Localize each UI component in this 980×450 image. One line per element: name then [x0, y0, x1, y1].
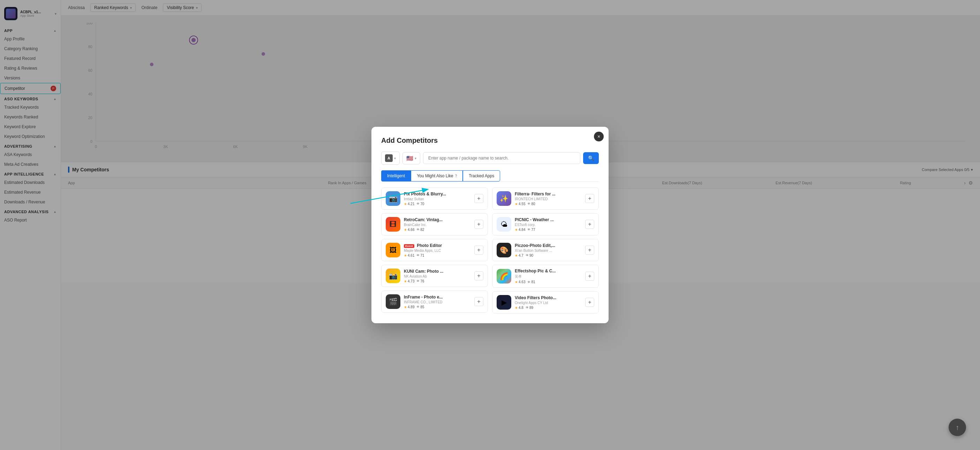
app-rating: ★ 4.55 [515, 202, 525, 206]
apps-grid: 📷 Fix Photos & Blurry... Imtiaz Sultan ★… [381, 187, 599, 314]
search-button[interactable]: 🔍 [583, 152, 599, 164]
app-info: RetroCam: Vintag... BrainCake Inc. ★ 4.6… [404, 217, 471, 231]
eye-icon: 👁 [417, 305, 420, 309]
eye-icon: 👁 [417, 254, 420, 257]
search-input[interactable] [423, 152, 580, 164]
app-meta: ★ 4.61 👁 71 [404, 254, 471, 257]
add-app-button[interactable]: + [474, 246, 484, 255]
eye-icon: 👁 [526, 306, 529, 309]
add-app-button[interactable]: + [474, 194, 484, 203]
star-icon: ★ [515, 280, 518, 284]
app-card-fix-photos[interactable]: 📷 Fix Photos & Blurry... Imtiaz Sultan ★… [381, 187, 488, 210]
app-dev: INFRAME CO., LIMITED [404, 300, 471, 304]
app-name: Video Filters Photo... [515, 295, 582, 300]
app-icon: 📷 [386, 191, 400, 206]
app-meta: ★ 4.84 👁 77 [515, 228, 582, 231]
app-info: PICNIC - Weather ... ESTsoft corp. ★ 4.8… [515, 217, 582, 231]
app-card-piczoo[interactable]: 🎨 Piczoo-Photo Edit,... Xi'an Button Sof… [492, 239, 599, 261]
search-icon: 🔍 [588, 155, 594, 161]
app-icon: 🌤 [496, 217, 511, 231]
search-row: A ▾ 🇺🇸 ▾ 🔍 [381, 152, 599, 165]
app-name: PICNIC - Weather ... [515, 217, 582, 222]
app-meta: ★ 4.63 👁 81 [515, 280, 582, 284]
chevron-down-icon: ▾ [394, 156, 396, 160]
modal-title: Add Competitors [381, 136, 599, 144]
eye-icon: 👁 [527, 202, 530, 206]
app-rating: ★ 4.84 [515, 228, 525, 231]
add-app-button[interactable]: + [474, 271, 484, 280]
app-info: Event Photo Editor Maple Media Apps, LLC… [404, 243, 471, 257]
app-views: 👁 85 [417, 305, 424, 309]
eye-icon: 👁 [417, 228, 420, 231]
app-info: KUNI Cam: Photo ... NK Aviation Ab ★ 4.7… [404, 269, 471, 283]
eye-icon: 👁 [526, 254, 529, 257]
add-competitors-modal: Add Competitors × A ▾ 🇺🇸 ▾ 🔍 [371, 127, 609, 323]
app-dev: Xi'an Button Software ... [515, 249, 582, 252]
app-meta: ★ 4.8 👁 89 [515, 306, 582, 310]
add-app-button[interactable]: + [474, 220, 484, 229]
app-rating: ★ 4.66 [404, 228, 414, 231]
add-app-button[interactable]: + [585, 194, 594, 203]
app-card-photo-editor[interactable]: 🖼 Event Photo Editor Maple Media Apps, L… [381, 239, 488, 261]
modal-close-button[interactable]: × [594, 132, 604, 141]
app-views: 👁 89 [526, 306, 533, 310]
app-name: Filterra- Filters for ... [515, 192, 582, 196]
star-icon: ★ [515, 306, 518, 310]
flag-icon: 🇺🇸 [406, 155, 413, 162]
app-views: 👁 71 [417, 254, 424, 257]
event-badge: Event [404, 244, 414, 248]
tab-intelligent[interactable]: Intelligent [381, 170, 411, 181]
app-info: Fix Photos & Blurry... Imtiaz Sultan ★ 4… [404, 192, 471, 206]
tab-tracked-apps[interactable]: Tracked Apps [463, 170, 500, 181]
app-meta: ★ 4.55 👁 80 [515, 202, 582, 206]
tab-you-might-also-like[interactable]: You Might Also Like ? [411, 170, 463, 181]
app-name: KUNI Cam: Photo ... [404, 269, 471, 274]
app-name: Fix Photos & Blurry... [404, 192, 471, 196]
star-icon: ★ [515, 228, 518, 231]
app-card-retrocam[interactable]: 🎞 RetroCam: Vintag... BrainCake Inc. ★ 4… [381, 213, 488, 235]
app-name: Effectshop Pic & C... [515, 269, 582, 273]
add-app-button[interactable]: + [585, 272, 594, 281]
platform-selector[interactable]: A ▾ [381, 152, 400, 165]
app-views: 👁 90 [526, 254, 533, 257]
app-dev: Onelight Apps CY Ltd [515, 301, 582, 305]
eye-icon: 👁 [527, 280, 530, 284]
app-info: Piczoo-Photo Edit,... Xi'an Button Softw… [515, 243, 582, 257]
app-dev: Imtiaz Sultan [404, 197, 471, 201]
app-name: InFrame - Photo e... [404, 295, 471, 299]
app-rating: ★ 4.8 [515, 306, 523, 310]
app-views: 👁 82 [417, 228, 424, 231]
app-views: 👁 80 [527, 202, 535, 206]
app-rating: ★ 4.7 [515, 254, 523, 257]
modal-tabs: Intelligent You Might Also Like ? Tracke… [381, 170, 599, 182]
chevron-down-icon: ▾ [415, 156, 417, 160]
app-card-inframe[interactable]: 🎬 InFrame - Photo e... INFRAME CO., LIMI… [381, 290, 488, 313]
app-dev: BrainCake Inc. [404, 223, 471, 227]
add-app-button[interactable]: + [474, 297, 484, 306]
app-card-filterra[interactable]: ✨ Filterra- Filters for ... IRONTECH LIM… [492, 187, 599, 210]
star-icon: ★ [404, 305, 407, 309]
add-app-button[interactable]: + [585, 220, 594, 229]
add-app-button[interactable]: + [585, 246, 594, 255]
help-icon: ? [455, 174, 457, 178]
app-dev: IRONTECH LIMITED [515, 197, 582, 201]
app-card-effectshop[interactable]: 🌈 Effectshop Pic & C... 吴孝 ★ 4.63 👁 [492, 265, 599, 288]
star-icon: ★ [404, 254, 407, 257]
star-icon: ★ [515, 254, 518, 257]
app-icon: ✨ [496, 191, 511, 206]
modal-overlay[interactable]: Add Competitors × A ▾ 🇺🇸 ▾ 🔍 [0, 0, 980, 450]
star-icon: ★ [404, 279, 407, 283]
add-app-button[interactable]: + [585, 298, 594, 307]
app-card-video-filters[interactable]: ▶ Video Filters Photo... Onelight Apps C… [492, 291, 599, 314]
app-meta: ★ 4.21 👁 70 [404, 202, 471, 206]
country-selector[interactable]: 🇺🇸 ▾ [402, 152, 420, 165]
app-card-kuni-cam[interactable]: 📸 KUNI Cam: Photo ... NK Aviation Ab ★ 4… [381, 265, 488, 287]
app-views: 👁 70 [417, 202, 424, 206]
app-card-picnic[interactable]: 🌤 PICNIC - Weather ... ESTsoft corp. ★ 4… [492, 213, 599, 235]
app-column-left: 📷 Fix Photos & Blurry... Imtiaz Sultan ★… [381, 187, 488, 314]
star-icon: ★ [404, 202, 407, 206]
star-icon: ★ [515, 202, 518, 206]
app-meta: ★ 4.7 👁 90 [515, 254, 582, 257]
app-column-right: ✨ Filterra- Filters for ... IRONTECH LIM… [492, 187, 599, 314]
app-icon: 📸 [386, 269, 400, 283]
